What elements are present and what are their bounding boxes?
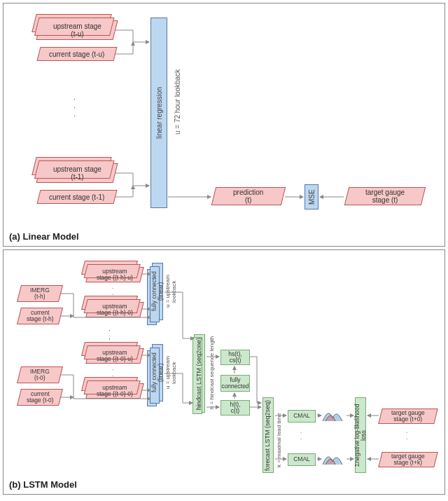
ellipsis-4: ·· xyxy=(300,430,302,442)
lookback-label: u = 72 hour lookback xyxy=(172,32,182,172)
fc-sub-bottom: u = upstreamlookback xyxy=(167,350,176,396)
target-gauge-t0: target gaugestage (t+0) xyxy=(378,409,438,424)
upstream-t0-u: upstreamstage ((t-0)-u) xyxy=(85,348,144,364)
target-gauge-tk: target gaugestage (t+k) xyxy=(378,452,438,467)
upstream-t0-0: upstreamstage ((t-0)-0) xyxy=(85,383,144,399)
current-stage-th: currentstage (t-h) xyxy=(17,308,63,324)
forecast-lstm: forecast LSTM (seq2seq) xyxy=(262,397,274,473)
fc-sub-top: u = upstreamlookback xyxy=(167,268,176,315)
panel-lstm-model: (b) LSTM Model IMERG(t-h) currentstage (… xyxy=(3,249,445,495)
cmal-1: CMAL xyxy=(288,410,316,423)
nll-loss: Σnegative log-likelihood loss xyxy=(355,397,366,473)
imerg-th: IMERG(t-h) xyxy=(17,285,63,302)
ellipsis-5: ·· xyxy=(406,430,407,442)
caption-b: (b) LSTM Model xyxy=(9,479,77,490)
cmal-2: CMAL xyxy=(288,453,316,466)
fc-linear-bottom: fully connected(linear) xyxy=(152,344,163,402)
caption-a: (a) Linear Model xyxy=(9,231,79,242)
current-stage-t0: currentstage (t-0) xyxy=(17,389,63,406)
upstream-th-0: upstreamstage ((t-h)-0) xyxy=(85,302,144,317)
vertical-ellipsis: ··· xyxy=(74,95,76,120)
current-stage-t1: current stage (t-1) xyxy=(37,190,118,204)
upstream-stage-tu: upstream stage(t-u) xyxy=(36,20,118,40)
hindcast-lstm: hindcast LSTM (seq2one) xyxy=(194,334,205,413)
state-hs-cs: hs(t),cs(t) xyxy=(220,350,250,365)
prediction-box: prediction(t) xyxy=(211,187,286,205)
panel-a-arrows xyxy=(4,4,446,247)
fc-linear-top: fully connected(linear) xyxy=(152,263,163,320)
distribution-icon-1 xyxy=(321,406,346,424)
distribution-icon-2 xyxy=(321,449,346,467)
forecast-sub: k = maximal lead time xyxy=(275,410,284,470)
target-gauge-box: target gaugestage (t) xyxy=(344,187,426,205)
mse-box: MSE xyxy=(304,184,318,210)
current-stage-tu: current stage (t-u) xyxy=(37,47,118,61)
hindcast-sub: h = hindcast sequence length xyxy=(208,336,216,410)
upstream-th-u: upstreamstage ((t-h)-u) xyxy=(85,267,144,282)
panel-linear-model: (a) Linear Model upstream stage(t-u) cur… xyxy=(3,3,445,247)
imerg-t0: IMERG(t-0) xyxy=(17,366,63,383)
fc-small: fullyconnected xyxy=(220,375,250,392)
linear-regression-box: linear regression xyxy=(150,18,167,208)
state-h-c: h(t),c(t) xyxy=(220,400,250,416)
upstream-stage-t1: upstream stage(t-1) xyxy=(36,163,118,183)
